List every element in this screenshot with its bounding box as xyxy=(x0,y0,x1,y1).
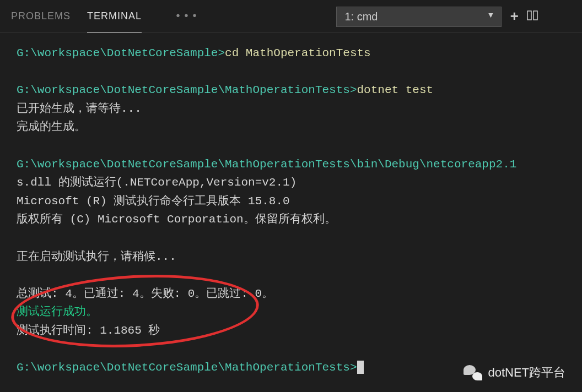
terminal-line: G:\workspace\DotNetCoreSample\MathOperat… xyxy=(17,155,565,174)
terminal-line: 已开始生成，请等待... xyxy=(17,100,565,118)
prompt-path: G:\workspace\DotNetCoreSample\MathOperat… xyxy=(17,361,357,374)
tab-problems[interactable]: PROBLEMS xyxy=(11,1,71,32)
panel-tabs: PROBLEMS TERMINAL ••• xyxy=(11,1,200,32)
chevron-down-icon: ▼ xyxy=(487,10,495,19)
terminal-controls: 1: cmd ▼ + xyxy=(336,7,538,27)
dropdown-selected-label: 1: cmd xyxy=(344,10,378,23)
panel-header: PROBLEMS TERMINAL ••• 1: cmd ▼ + xyxy=(0,0,582,33)
svg-rect-0 xyxy=(527,11,531,20)
terminal-blank-line xyxy=(17,229,565,248)
terminal-success-line: 测试运行成功。 xyxy=(17,303,565,322)
terminal-line: G:\workspace\DotNetCoreSample\MathOperat… xyxy=(17,81,565,100)
terminal-blank-line xyxy=(17,137,565,155)
wechat-icon xyxy=(464,365,482,380)
prompt-path: G:\workspace\DotNetCoreSample\MathOperat… xyxy=(17,84,357,96)
tab-terminal[interactable]: TERMINAL xyxy=(87,1,142,32)
terminal-line: Microsoft (R) 测试执行命令行工具版本 15.8.0 xyxy=(17,192,565,211)
terminal-line: 总测试: 4。已通过: 4。失败: 0。已跳过: 0。 xyxy=(17,285,565,303)
terminal-line: 正在启动测试执行，请稍候... xyxy=(17,248,565,266)
watermark: dotNET跨平台 xyxy=(464,364,565,381)
terminal-blank-line xyxy=(17,340,565,359)
command-text: cd MathOperationTests xyxy=(225,47,371,59)
terminal-selector-dropdown[interactable]: 1: cmd ▼ xyxy=(336,7,502,27)
terminal-output[interactable]: G:\workspace\DotNetCoreSample>cd MathOpe… xyxy=(0,33,582,388)
svg-rect-1 xyxy=(534,11,537,20)
terminal-blank-line xyxy=(17,63,565,81)
new-terminal-button[interactable]: + xyxy=(510,9,519,25)
terminal-blank-line xyxy=(17,266,565,285)
terminal-line: 完成的生成。 xyxy=(17,118,565,137)
terminal-line: 版权所有 (C) Microsoft Corporation。保留所有权利。 xyxy=(17,210,565,229)
watermark-text: dotNET跨平台 xyxy=(488,364,565,381)
more-icon[interactable]: ••• xyxy=(175,10,200,23)
terminal-line: s.dll 的测试运行(.NETCoreApp,Version=v2.1) xyxy=(17,173,565,192)
command-text: dotnet test xyxy=(357,84,434,96)
terminal-line: 测试执行时间: 1.1865 秒 xyxy=(17,322,565,340)
prompt-path: G:\workspace\DotNetCoreSample> xyxy=(17,47,225,59)
terminal-line: G:\workspace\DotNetCoreSample>cd MathOpe… xyxy=(17,44,565,63)
split-terminal-icon[interactable] xyxy=(527,10,538,24)
terminal-cursor xyxy=(357,361,364,374)
